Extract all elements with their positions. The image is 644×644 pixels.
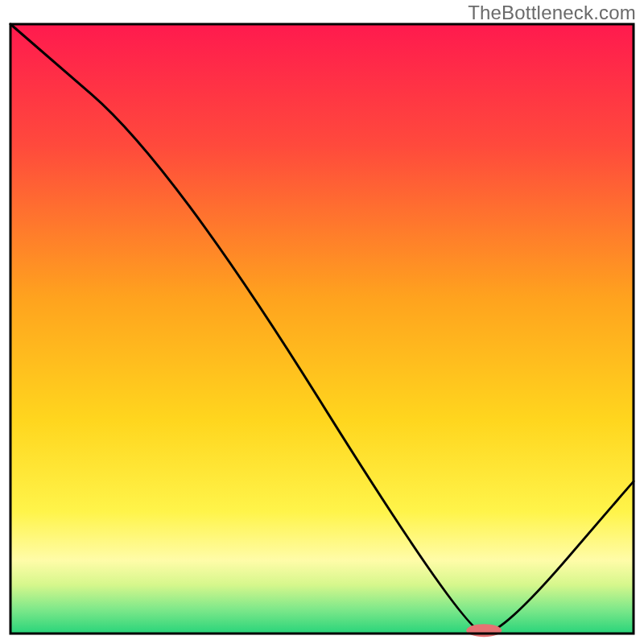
- optimal-marker: [466, 624, 502, 637]
- plot-background: [10, 24, 634, 634]
- bottleneck-chart: [0, 0, 644, 644]
